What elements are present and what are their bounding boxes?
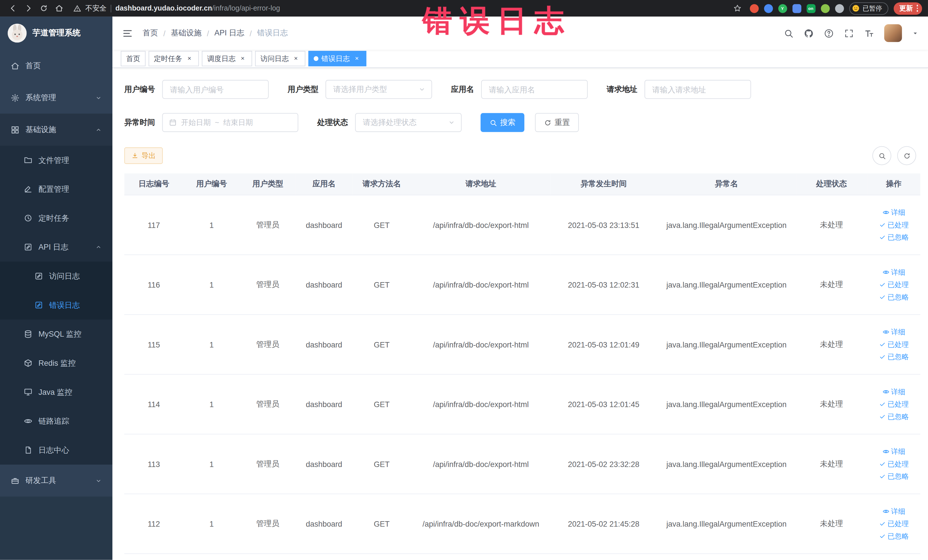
breadcrumb-item[interactable]: 基础设施 xyxy=(171,28,202,38)
sidebar-item-mysql-monitor[interactable]: MySQL 监控 xyxy=(0,319,112,349)
mark-processed-link[interactable]: 已处理 xyxy=(879,280,909,289)
search-toggle-button[interactable] xyxy=(872,146,891,165)
table-row: 113 1 管理员 dashboard GET /api/infra/db-do… xyxy=(124,434,920,494)
date-range-picker[interactable]: 开始日期 ~ 结束日期 xyxy=(162,113,298,132)
detail-link[interactable]: 详细 xyxy=(882,208,905,217)
tab-tag-label: 访问日志 xyxy=(261,53,289,64)
close-icon[interactable]: × xyxy=(185,55,194,63)
tab-tag[interactable]: 首页 xyxy=(121,51,145,66)
sidebar-item-log-center[interactable]: 日志中心 xyxy=(0,436,112,465)
detail-link[interactable]: 详细 xyxy=(882,327,905,337)
sidebar-item-api-log[interactable]: API 日志 xyxy=(0,232,112,262)
sidebar-toggle[interactable] xyxy=(122,27,133,38)
github-icon[interactable] xyxy=(804,28,814,38)
sidebar-item-system-mgmt[interactable]: 系统管理 xyxy=(0,82,112,113)
detail-link[interactable]: 详细 xyxy=(882,387,905,397)
cell-actions: 详细 已处理 已忽略 xyxy=(867,374,920,434)
check-icon xyxy=(879,473,886,480)
table-row: 114 1 管理员 dashboard GET /api/infra/db-do… xyxy=(124,374,920,434)
extension-paw-icon[interactable] xyxy=(835,4,844,12)
extension-green-circle-icon[interactable]: Y xyxy=(778,4,787,12)
chevron-down-icon xyxy=(95,95,102,101)
close-icon[interactable]: × xyxy=(353,55,361,63)
detail-link[interactable]: 详细 xyxy=(882,268,905,277)
export-button[interactable]: 导出 xyxy=(124,148,163,164)
font-size-icon[interactable] xyxy=(864,28,874,38)
sidebar-item-redis-monitor[interactable]: Redis 监控 xyxy=(0,349,112,378)
mark-processed-link[interactable]: 已处理 xyxy=(879,340,909,349)
cell-request-url: /api/infra/db-doc/export-markdown xyxy=(411,494,551,554)
extension-red-circle-icon[interactable] xyxy=(749,4,758,12)
sidebar-item-config-mgmt[interactable]: 配置管理 xyxy=(0,175,112,204)
mark-ignored-link[interactable]: 已忽略 xyxy=(879,412,909,421)
search-icon[interactable] xyxy=(784,28,794,38)
cell-user-type: 管理员 xyxy=(240,195,296,255)
cell-exception-name: java.lang.IllegalArgumentException xyxy=(657,255,796,315)
extension-blue-drop-icon[interactable] xyxy=(764,4,772,12)
user-type-select[interactable]: 请选择用户类型 xyxy=(325,80,432,99)
close-icon[interactable]: × xyxy=(292,55,300,63)
sidebar-item-trace[interactable]: 链路追踪 xyxy=(0,406,112,436)
mark-ignored-link[interactable]: 已忽略 xyxy=(879,352,909,362)
mark-processed-link[interactable]: 已处理 xyxy=(879,519,909,528)
breadcrumb-item-current: 错误日志 xyxy=(257,28,288,38)
sidebar-item-home[interactable]: 首页 xyxy=(0,50,112,82)
paused-badge[interactable]: 已暂停 xyxy=(849,2,888,15)
tab-tag[interactable]: 访问日志 × xyxy=(255,51,305,66)
extension-on-badge-icon[interactable]: on xyxy=(806,4,815,12)
sidebar-item-error-log[interactable]: 错误日志 xyxy=(0,291,112,320)
menu-kebab-icon[interactable] xyxy=(917,5,918,12)
app-name-label: 应用名 xyxy=(451,84,474,95)
browser-toolbar: 不安全 dashboard.yudao.iocoder.cn/infra/log… xyxy=(0,0,928,17)
tab-tag[interactable]: 定时任务 × xyxy=(149,51,199,66)
sidebar-item-file-mgmt[interactable]: 文件管理 xyxy=(0,145,112,175)
bookmark-star-icon[interactable] xyxy=(730,1,744,15)
refresh-table-button[interactable] xyxy=(897,146,916,165)
help-icon[interactable] xyxy=(824,28,834,38)
sidebar-item-dev-tools[interactable]: 研发工具 xyxy=(0,465,112,497)
avatar[interactable] xyxy=(884,24,902,42)
search-button[interactable]: 搜索 xyxy=(481,113,525,132)
app-logo[interactable]: 芋道管理系统 xyxy=(0,17,112,50)
detail-link[interactable]: 详细 xyxy=(882,507,905,516)
cell-user-type: 管理员 xyxy=(240,255,296,315)
mark-ignored-link[interactable]: 已忽略 xyxy=(879,531,909,541)
extension-blue-grid-icon[interactable] xyxy=(792,4,801,12)
update-button[interactable]: 更新 xyxy=(893,2,922,15)
sidebar-item-access-log[interactable]: 访问日志 xyxy=(0,262,112,291)
top-navbar: 首页 / 基础设施 / API 日志 / 错误日志 xyxy=(112,17,928,50)
breadcrumb-item[interactable]: API 日志 xyxy=(215,28,244,38)
cell-user-id: 1 xyxy=(183,195,240,255)
mark-ignored-link[interactable]: 已忽略 xyxy=(879,471,909,481)
detail-link[interactable]: 详细 xyxy=(882,447,905,456)
mark-processed-link[interactable]: 已处理 xyxy=(879,400,909,409)
caret-down-icon[interactable] xyxy=(912,30,919,37)
sidebar-item-infrastructure[interactable]: 基础设施 xyxy=(0,113,112,145)
reload-button[interactable] xyxy=(37,1,51,15)
sidebar-item-java-monitor[interactable]: Java 监控 xyxy=(0,378,112,407)
mark-ignored-link[interactable]: 已忽略 xyxy=(879,292,909,302)
date-separator: ~ xyxy=(215,118,219,127)
fullscreen-icon[interactable] xyxy=(844,28,854,38)
user-id-input[interactable] xyxy=(162,80,269,99)
address-bar[interactable]: 不安全 dashboard.yudao.iocoder.cn/infra/log… xyxy=(73,3,280,13)
app-name-input[interactable] xyxy=(481,80,588,99)
process-status-select[interactable]: 请选择处理状态 xyxy=(355,113,462,132)
breadcrumb-item[interactable]: 首页 xyxy=(143,28,158,38)
sidebar-item-scheduled-jobs[interactable]: 定时任务 xyxy=(0,204,112,233)
briefcase-icon xyxy=(11,476,20,485)
address-divider xyxy=(111,5,111,12)
mark-processed-link[interactable]: 已处理 xyxy=(879,459,909,469)
home-button[interactable] xyxy=(52,1,66,15)
mark-ignored-link[interactable]: 已忽略 xyxy=(879,232,909,242)
mark-processed-link[interactable]: 已处理 xyxy=(879,220,909,230)
tab-tag[interactable]: 调度日志 × xyxy=(202,51,252,66)
request-url-input[interactable] xyxy=(644,80,751,99)
back-button[interactable] xyxy=(6,1,20,15)
tab-tag[interactable]: 错误日志 × xyxy=(308,51,366,66)
close-icon[interactable]: × xyxy=(238,55,247,63)
forward-button[interactable] xyxy=(21,1,36,15)
extension-leaf-icon[interactable] xyxy=(820,4,829,12)
reset-button[interactable]: 重置 xyxy=(535,113,579,132)
sidebar-item-label: 首页 xyxy=(25,61,41,71)
